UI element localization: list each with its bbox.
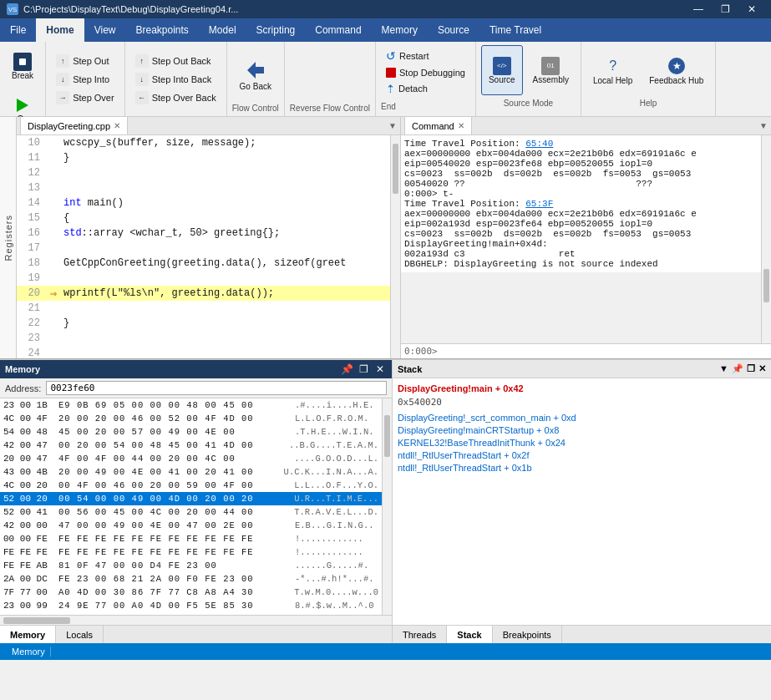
code-pane-header: DisplayGreeting.cpp ✕ ▼ (17, 117, 400, 135)
cmd-line-5: 00540020 ?? ??? (404, 179, 758, 189)
local-help-button[interactable]: ? Local Help (586, 45, 639, 95)
restart-icon: ↺ (386, 49, 396, 63)
tt-link-2[interactable]: 65:3F (525, 199, 553, 209)
stack-entry-1[interactable]: DisplayGreeting!_scrt_common_main + 0xd (398, 413, 766, 423)
cmd-line-2: aex=00000000 ebx=004da000 ecx=2e21b0b6 e… (404, 149, 758, 159)
tab-view[interactable]: View (84, 18, 126, 42)
minimize-button[interactable]: — (686, 0, 711, 18)
go-back-icon (244, 58, 267, 82)
tab-file[interactable]: File (0, 18, 36, 42)
ribbon-tabs: File Home View Breakpoints Model Scripti… (0, 18, 771, 42)
command-scroll-thumb[interactable] (763, 269, 769, 302)
break-button[interactable]: Break (5, 45, 40, 87)
step-into-back-button[interactable]: ↓ Step Into Back (130, 71, 221, 88)
memory-pane-header: Memory 📌 ❐ ✕ (0, 360, 392, 378)
memory-restore-button[interactable]: ❐ (357, 363, 370, 375)
tab-stack[interactable]: Stack (447, 626, 492, 643)
tab-breakpoints[interactable]: Breakpoints (125, 18, 198, 42)
code-scroll-thumb[interactable] (393, 144, 398, 194)
code-line-21: 21 (17, 301, 390, 316)
tab-memory-bottom[interactable]: Memory (0, 626, 56, 643)
step-over-button[interactable]: → Step Over (51, 89, 119, 106)
tab-threads[interactable]: Threads (393, 626, 447, 643)
svg-marker-0 (247, 62, 264, 79)
cmd-line-13: DBGHELP: DisplayGreeting is not source i… (404, 259, 758, 269)
command-tab[interactable]: Command ✕ (404, 117, 472, 134)
feedback-hub-button[interactable]: ★ Feedback Hub (642, 45, 710, 95)
step-over-back-icon: ← (135, 91, 149, 104)
tab-source[interactable]: Source (428, 18, 479, 42)
step-over-back-button[interactable]: ← Step Over Back (130, 89, 221, 106)
command-pane-chevron[interactable]: ▼ (759, 121, 768, 130)
cmd-line-12: 002a193d c3 ret (404, 249, 758, 259)
tab-time-travel[interactable]: Time Travel (479, 18, 551, 42)
tab-home[interactable]: Home (36, 18, 84, 42)
memory-pane: Memory 📌 ❐ ✕ Address: 23 00 1B E9 0B 69 … (0, 360, 393, 643)
command-vertical-scrollbar[interactable] (761, 135, 771, 343)
stack-entry-3[interactable]: KERNEL32!BaseThreadInitThunk + 0x24 (398, 438, 766, 448)
step-into-button[interactable]: ↓ Step Into (51, 71, 119, 88)
stack-entry-2[interactable]: DisplayGreeting!mainCRTStartup + 0x8 (398, 425, 766, 435)
restart-button[interactable]: ↺ Restart (381, 48, 470, 64)
mem-row-15: 7F 77 00 A0 4D 00 30 86 7F 77 C8 A8 A4 3… (0, 586, 382, 599)
command-pane: Command ✕ ▼ Time Travel Position: 65:40 … (401, 117, 771, 358)
cmd-line-3: eip=00540020 esp=0023fe68 ebp=00520055 i… (404, 159, 758, 169)
mem-row-5: 20 00 47 4F 00 4F 00 44 00 20 00 4C 00 .… (0, 452, 382, 465)
stack-chevron[interactable]: ▼ (719, 363, 728, 374)
stack-entry-4[interactable]: ntdll!_RtlUserThreadStart + 0x2f (398, 450, 766, 460)
stack-close[interactable]: ✕ (758, 363, 766, 374)
step-out-button[interactable]: ↑ Step Out (51, 53, 119, 69)
command-input[interactable] (441, 346, 768, 357)
step-out-back-icon: ↑ (135, 54, 149, 68)
memory-vertical-scrollbar[interactable] (382, 398, 392, 615)
stack-entry-5[interactable]: ntdll!_RtlUserThreadStart + 0x1b (398, 463, 766, 473)
source-button[interactable]: </> Source (481, 45, 523, 95)
memory-scroll-thumb[interactable] (384, 415, 390, 457)
mem-row-16: 23 00 99 24 9E 77 00 A0 4D 00 F5 5E 85 3… (0, 599, 382, 612)
tab-model[interactable]: Model (199, 18, 246, 42)
tab-command[interactable]: Command (305, 18, 371, 42)
code-scroll-area: 10 wcscpy_s(buffer, size, message); 11 }… (17, 135, 400, 358)
memory-horiz-thumb[interactable] (3, 617, 70, 624)
tab-memory[interactable]: Memory (372, 18, 428, 42)
stack-pin[interactable]: 📌 (732, 363, 743, 374)
detach-icon: ⇡ (386, 83, 395, 95)
svg-text:★: ★ (672, 60, 681, 72)
code-line-13: 13 (17, 180, 390, 195)
code-pane-chevron[interactable]: ▼ (388, 121, 397, 130)
address-input[interactable] (46, 381, 387, 395)
go-back-button[interactable]: Go Back (233, 45, 278, 104)
stack-main-entry[interactable]: DisplayGreeting!main + 0x42 (398, 383, 766, 393)
stop-debugging-button[interactable]: Stop Debugging (381, 66, 470, 79)
help-label: Help (640, 99, 657, 108)
close-button[interactable]: ✕ (739, 0, 764, 18)
command-content: Time Travel Position: 65:40 aex=00000000… (401, 135, 761, 272)
step-out-back-button[interactable]: ↑ Step Out Back (130, 53, 221, 69)
title-bar-controls: — ❐ ✕ (686, 0, 764, 18)
restore-button[interactable]: ❐ (713, 0, 738, 18)
tab-locals[interactable]: Locals (56, 626, 104, 643)
stack-pane-header: Stack ▼ 📌 ❐ ✕ (393, 360, 771, 378)
memory-pin-button[interactable]: 📌 (340, 363, 353, 375)
assembly-button[interactable]: 01 Assembly (526, 45, 576, 95)
code-line-18: 18 GetCppConGreeting(greeting.data(), si… (17, 256, 390, 271)
stack-content: DisplayGreeting!main + 0x42 0x540020 Dis… (393, 378, 771, 625)
code-line-23: 23 (17, 331, 390, 346)
command-tab-close[interactable]: ✕ (458, 121, 464, 130)
cmd-line-10: cs=0023 ss=002b ds=002b es=002b fs=0053 … (404, 229, 758, 239)
stack-restore[interactable]: ❐ (747, 363, 755, 374)
code-line-22: 22 } (17, 316, 390, 331)
tab-scripting[interactable]: Scripting (246, 18, 306, 42)
memory-horizontal-scrollbar[interactable] (0, 615, 392, 625)
memory-close-button[interactable]: ✕ (373, 363, 387, 375)
assembly-icon: 01 (541, 57, 560, 75)
tt-link-1[interactable]: 65:40 (525, 139, 553, 149)
break-icon (13, 53, 32, 71)
code-tab[interactable]: DisplayGreeting.cpp ✕ (20, 117, 128, 134)
code-vertical-scrollbar[interactable] (390, 135, 400, 358)
code-tab-close[interactable]: ✕ (114, 121, 120, 130)
tab-breakpoints[interactable]: Breakpoints (493, 626, 562, 643)
detach-button[interactable]: ⇡ Detach (381, 81, 470, 97)
code-line-24: 24 (17, 346, 390, 358)
code-pane: DisplayGreeting.cpp ✕ ▼ 10 wcscpy_s(buff… (17, 117, 401, 358)
